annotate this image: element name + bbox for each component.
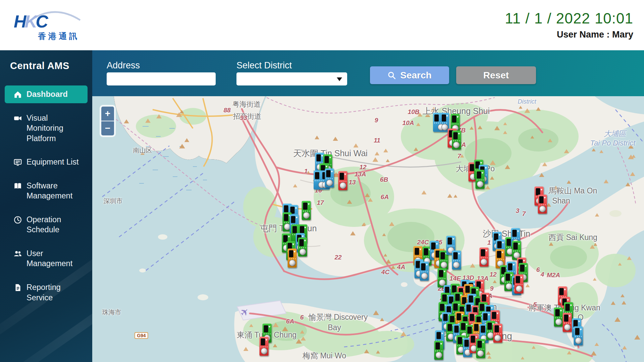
address-input[interactable]: [107, 72, 216, 85]
equipment-marker-blue[interactable]: ♥: [420, 261, 429, 281]
heart-icon: ♥: [518, 242, 520, 246]
peak-triangle-icon: [591, 351, 596, 355]
peak-triangle-icon: [157, 114, 162, 118]
equipment-marker-green[interactable]: ♥: [476, 170, 485, 189]
sidebar-item-equipment-list[interactable]: Equipment List: [5, 153, 88, 171]
meter-screen: [300, 239, 304, 246]
peak-triangle-icon: [593, 278, 596, 281]
district-select[interactable]: [236, 72, 347, 85]
sidebar-item-dashboard[interactable]: Dashboard: [5, 85, 88, 103]
equipment-marker-green[interactable]: ♥: [434, 341, 443, 360]
meter-dial: [477, 181, 483, 188]
equipment-marker-red[interactable]: ♥: [260, 337, 269, 356]
peak-triangle-icon: [490, 176, 494, 180]
equipment-marker-red[interactable]: ♥: [338, 171, 347, 190]
equipment-marker-blue[interactable]: ♥: [325, 169, 334, 188]
equipment-marker-orange[interactable]: ♥: [288, 249, 297, 268]
peak-triangle-icon: [400, 331, 407, 336]
equipment-marker-blue[interactable]: ♥: [452, 251, 461, 270]
equipment-marker-green[interactable]: ♥: [512, 241, 521, 260]
meter-screen: [434, 115, 439, 122]
sidebar-item-software-management[interactable]: Software Management: [5, 177, 88, 205]
sidebar-title: Central AMS: [0, 50, 92, 71]
reset-button[interactable]: Reset: [456, 66, 536, 84]
meter-dial: [555, 319, 562, 325]
equipment-marker-blue[interactable]: ♥: [433, 113, 449, 132]
meter-screen: [492, 312, 496, 319]
meter-screen: [448, 238, 452, 245]
peak-triangle-icon: [386, 259, 391, 263]
heart-icon: ♥: [308, 202, 310, 206]
equipment-marker-green[interactable]: ♥: [476, 339, 485, 358]
peak-triangle-icon: [145, 119, 151, 123]
meter-screen: [494, 325, 499, 333]
peak-triangle-icon: [179, 144, 185, 148]
meter-screen: [450, 316, 454, 323]
peak-triangle-icon: [622, 301, 627, 305]
heart-icon: ♥: [304, 239, 306, 242]
search-button[interactable]: Search: [370, 66, 449, 84]
heart-icon: ♥: [497, 312, 499, 315]
equipment-marker-blue[interactable]: ♥: [574, 326, 583, 346]
heart-icon: ♥: [476, 288, 478, 291]
meter-screen: [575, 328, 580, 335]
equipment-marker-red[interactable]: ♥: [563, 313, 572, 332]
sidebar-item-visual-monitoring-platform[interactable]: Visual Monitoring Platform: [5, 109, 88, 147]
sidebar-item-label: Visual Monitoring Platform: [26, 113, 84, 144]
peak-triangle-icon: [364, 349, 369, 353]
equipment-marker-red[interactable]: ♥: [515, 275, 524, 294]
meter-screen: [264, 325, 268, 333]
chevron-down-icon: [337, 77, 342, 81]
meter-dial: [421, 273, 428, 279]
meter-text-lines: [439, 278, 446, 279]
equipment-marker-red[interactable]: ♥: [538, 195, 547, 214]
equipment-marker-red[interactable]: ♥: [479, 248, 488, 267]
heart-icon: ♥: [517, 230, 519, 233]
heart-icon: ♥: [521, 276, 523, 279]
map-place-label: Bay: [328, 323, 341, 332]
sidebar-item-reporting-service[interactable]: Reporting Service: [5, 279, 88, 306]
equipment-marker-green[interactable]: ♥: [452, 131, 461, 150]
zoom-in-button[interactable]: +: [101, 107, 114, 121]
meter-screen: [291, 216, 296, 223]
peak-triangle-icon: [470, 126, 474, 129]
meter-screen: [454, 326, 459, 333]
meter-text-lines: [299, 247, 306, 248]
map-canvas[interactable]: ✈ G94 + − 粤海街道招商街道南山区深圳市珠海市天水圍 Tin Shui …: [92, 96, 644, 362]
heart-icon: ♥: [578, 320, 580, 323]
peak-triangle-icon: [315, 136, 319, 139]
meter-text-lines: [289, 258, 296, 259]
zoom-out-button[interactable]: −: [101, 121, 114, 135]
heart-icon: ♥: [269, 325, 271, 328]
meter-text-lines: [447, 246, 454, 247]
sidebar-item-label: Software Management: [26, 181, 84, 201]
equipment-marker-green[interactable]: ♥: [302, 201, 311, 220]
road-number-label: 7: [458, 153, 461, 160]
heart-icon: ♥: [329, 156, 331, 159]
heart-icon: ♥: [487, 294, 489, 298]
heart-icon: ♥: [295, 206, 297, 210]
peak-triangle-icon: [519, 106, 523, 108]
meter-screen: [574, 320, 578, 327]
airport-plane-icon: ✈: [237, 305, 252, 319]
equipment-marker-green[interactable]: ♥: [554, 308, 563, 327]
meter-screen: [471, 336, 475, 343]
equipment-marker-green[interactable]: ♥: [438, 268, 447, 288]
sidebar-item-user-management[interactable]: User Management: [5, 245, 88, 273]
equipment-marker-green[interactable]: ♥: [298, 238, 307, 257]
peak-triangle-icon: [494, 126, 499, 130]
peak-triangle-icon: [548, 138, 553, 142]
heart-icon: ♥: [426, 263, 428, 266]
equipment-marker-red[interactable]: ♥: [493, 324, 502, 343]
meter-dial: [516, 286, 522, 292]
heart-icon: ♥: [482, 341, 484, 344]
meter-text-lines: [435, 351, 442, 352]
meter-screen: [452, 116, 457, 123]
sidebar-item-operation-schedule[interactable]: Operation Schedule: [5, 211, 88, 239]
road-number-label: 12: [489, 271, 496, 278]
meter-text-lines: [520, 273, 527, 274]
peak-triangle-icon: [300, 330, 305, 334]
meter-text-lines: [513, 251, 520, 252]
meter-screen: [564, 315, 569, 322]
peak-triangle-icon: [383, 253, 387, 256]
